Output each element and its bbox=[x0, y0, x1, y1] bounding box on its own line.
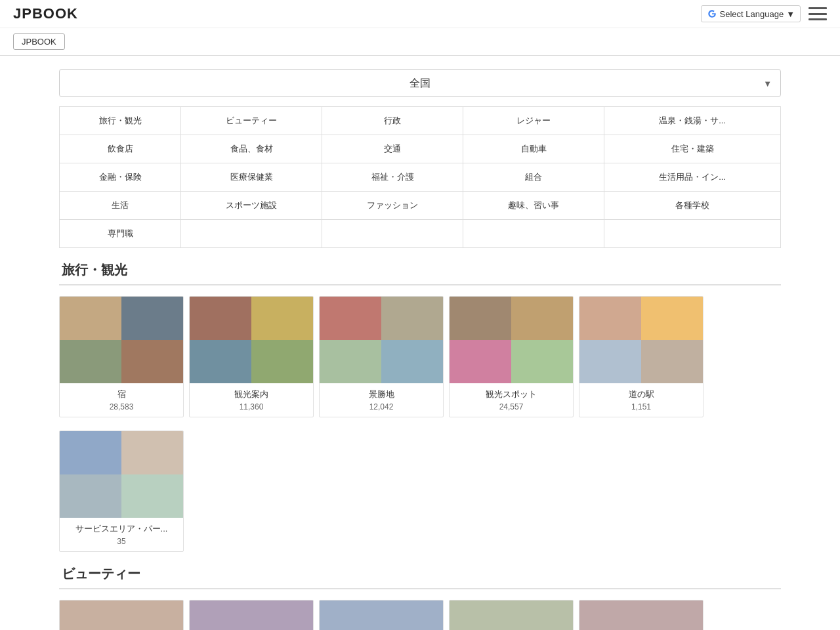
card-yado[interactable]: 宿 28,583 bbox=[59, 296, 184, 417]
category-grid: 旅行・観光 ビューティー 行政 レジャー 温泉・銭湯・サ... 飲食店 食品、食… bbox=[59, 106, 781, 248]
language-arrow: ▼ bbox=[786, 9, 795, 19]
category-car[interactable]: 自動車 bbox=[463, 135, 604, 163]
category-restaurant[interactable]: 飲食店 bbox=[60, 135, 181, 163]
category-fashion[interactable]: ファッション bbox=[322, 192, 463, 220]
region-select[interactable]: 全国 北海道 東北 関東 中部 近畿 中国 四国 九州 沖縄 bbox=[59, 69, 781, 97]
card-kanko-spot-count: 24,557 bbox=[455, 402, 568, 411]
travel-card-grid-2: サービスエリア・パー... 35 bbox=[59, 430, 781, 552]
card-img bbox=[121, 474, 183, 518]
google-icon bbox=[707, 9, 717, 19]
beauty-card-4[interactable] bbox=[449, 600, 574, 630]
card-kanko-spot-info: 観光スポット 24,557 bbox=[450, 383, 573, 417]
card-kanko-annai-title: 観光案内 bbox=[195, 388, 308, 400]
card-yado-count: 28,583 bbox=[65, 402, 178, 411]
card-keishochi-images bbox=[320, 297, 443, 383]
card-img bbox=[579, 340, 641, 383]
card-img bbox=[579, 297, 641, 340]
card-kanko-annai[interactable]: 観光案内 11,360 bbox=[189, 296, 314, 417]
category-finance[interactable]: 金融・保険 bbox=[60, 163, 181, 192]
card-kanko-spot-title: 観光スポット bbox=[455, 388, 568, 400]
language-label: Select Language bbox=[720, 9, 784, 19]
card-keishochi-info: 景勝地 12,042 bbox=[320, 383, 443, 417]
card-img bbox=[190, 340, 251, 383]
header-right: Select Language ▼ bbox=[701, 5, 827, 22]
card-kanko-annai-images bbox=[190, 297, 313, 383]
beauty-card-5[interactable] bbox=[579, 600, 704, 630]
category-government[interactable]: 行政 bbox=[322, 107, 463, 135]
card-img bbox=[60, 340, 121, 383]
card-img bbox=[320, 297, 381, 340]
card-keishochi-count: 12,042 bbox=[325, 402, 438, 411]
category-school[interactable]: 各種学校 bbox=[604, 192, 781, 220]
category-sports[interactable]: スポーツ施設 bbox=[181, 192, 322, 220]
card-img bbox=[60, 431, 121, 474]
travel-card-grid: 宿 28,583 観光案内 11,360 bbox=[59, 296, 781, 417]
card-img bbox=[190, 297, 251, 340]
category-leisure[interactable]: レジャー bbox=[463, 107, 604, 135]
list-view-icon[interactable] bbox=[808, 6, 827, 22]
section-divider-beauty bbox=[59, 588, 781, 589]
card-img bbox=[121, 340, 183, 383]
card-img bbox=[60, 474, 121, 518]
card-img bbox=[121, 297, 183, 340]
section-title-travel: 旅行・観光 bbox=[59, 261, 781, 279]
card-img bbox=[511, 297, 573, 340]
breadcrumb-item[interactable]: JPBOOK bbox=[13, 33, 65, 50]
card-img bbox=[641, 340, 703, 383]
card-img bbox=[641, 297, 703, 340]
card-img bbox=[320, 340, 381, 383]
card-service-area-info: サービスエリア・パー... 35 bbox=[60, 518, 183, 551]
card-img bbox=[381, 297, 443, 340]
card-keishochi-title: 景勝地 bbox=[325, 388, 438, 400]
card-service-area-count: 35 bbox=[65, 537, 178, 546]
card-service-area[interactable]: サービスエリア・パー... 35 bbox=[59, 430, 184, 552]
card-img bbox=[511, 340, 573, 383]
header: JPBOOK Select Language ▼ bbox=[0, 0, 840, 28]
card-service-area-title: サービスエリア・パー... bbox=[65, 523, 178, 535]
language-selector[interactable]: Select Language ▼ bbox=[701, 5, 801, 22]
beauty-card-grid bbox=[59, 600, 781, 630]
card-keishochi[interactable]: 景勝地 12,042 bbox=[319, 296, 444, 417]
category-daily-goods[interactable]: 生活用品・イン... bbox=[604, 163, 781, 192]
beauty-card-3[interactable] bbox=[319, 600, 444, 630]
card-michi-no-eki-images bbox=[579, 297, 703, 383]
category-transport[interactable]: 交通 bbox=[322, 135, 463, 163]
card-img bbox=[121, 431, 183, 474]
card-kanko-spot-images bbox=[450, 297, 573, 383]
card-kanko-annai-info: 観光案内 11,360 bbox=[190, 383, 313, 417]
breadcrumb-bar: JPBOOK bbox=[0, 28, 840, 56]
main-content: 全国 北海道 東北 関東 中部 近畿 中国 四国 九州 沖縄 旅行・観光 ビュー… bbox=[46, 56, 794, 630]
card-img bbox=[251, 297, 313, 340]
category-food[interactable]: 食品、食材 bbox=[181, 135, 322, 163]
region-select-wrapper: 全国 北海道 東北 関東 中部 近畿 中国 四国 九州 沖縄 bbox=[59, 69, 781, 97]
card-img bbox=[450, 340, 511, 383]
card-img bbox=[251, 340, 313, 383]
site-logo[interactable]: JPBOOK bbox=[13, 5, 78, 22]
category-medical[interactable]: 医療保健業 bbox=[181, 163, 322, 192]
category-onsen[interactable]: 温泉・銭湯・サ... bbox=[604, 107, 781, 135]
section-title-beauty: ビューティー bbox=[59, 565, 781, 583]
card-kanko-annai-count: 11,360 bbox=[195, 402, 308, 411]
card-yado-images bbox=[60, 297, 183, 383]
section-divider-travel bbox=[59, 284, 781, 285]
card-img bbox=[60, 297, 121, 340]
card-kanko-spot[interactable]: 観光スポット 24,557 bbox=[449, 296, 574, 417]
category-life[interactable]: 生活 bbox=[60, 192, 181, 220]
card-img bbox=[381, 340, 443, 383]
card-michi-no-eki-count: 1,151 bbox=[585, 402, 698, 411]
category-union[interactable]: 組合 bbox=[463, 163, 604, 192]
card-img bbox=[450, 297, 511, 340]
category-travel[interactable]: 旅行・観光 bbox=[60, 107, 181, 135]
card-service-area-images bbox=[60, 431, 183, 518]
beauty-card-1[interactable] bbox=[59, 600, 184, 630]
card-michi-no-eki-info: 道の駅 1,151 bbox=[579, 383, 703, 417]
card-yado-title: 宿 bbox=[65, 388, 178, 400]
category-welfare[interactable]: 福祉・介護 bbox=[322, 163, 463, 192]
category-housing[interactable]: 住宅・建築 bbox=[604, 135, 781, 163]
category-specialist[interactable]: 専門職 bbox=[60, 220, 181, 248]
card-yado-info: 宿 28,583 bbox=[60, 383, 183, 417]
category-beauty[interactable]: ビューティー bbox=[181, 107, 322, 135]
card-michi-no-eki[interactable]: 道の駅 1,151 bbox=[579, 296, 704, 417]
category-hobby[interactable]: 趣味、習い事 bbox=[463, 192, 604, 220]
beauty-card-2[interactable] bbox=[189, 600, 314, 630]
